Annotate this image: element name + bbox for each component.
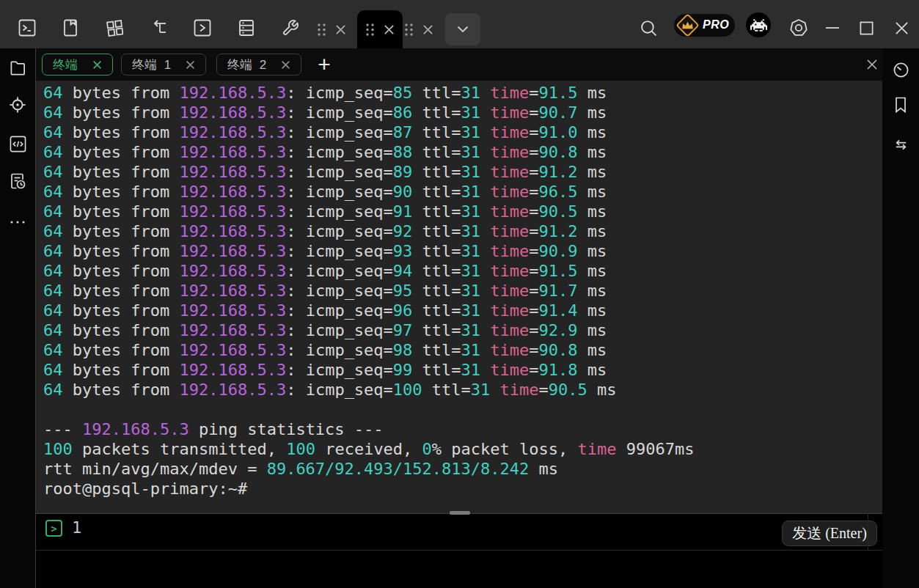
history-file-icon[interactable]	[8, 172, 27, 191]
avatar[interactable]	[746, 12, 771, 37]
close-icon[interactable]	[186, 60, 195, 70]
terminal-line: 64 bytes from 192.168.5.3: icmp_seq=100 …	[43, 380, 882, 400]
close-icon[interactable]	[92, 60, 102, 70]
locate-icon[interactable]	[8, 95, 27, 114]
right-sidebar	[882, 48, 919, 588]
terminal-line: 64 bytes from 192.168.5.3: icmp_seq=91 t…	[43, 202, 882, 221]
bottom-area	[36, 550, 882, 588]
maximize-button[interactable]	[852, 13, 881, 43]
terminal-line: 64 bytes from 192.168.5.3: icmp_seq=89 t…	[43, 162, 882, 182]
terminal-line: 64 bytes from 192.168.5.3: icmp_seq=88 t…	[43, 142, 882, 162]
window-tab-1[interactable]	[317, 18, 346, 41]
send-button[interactable]: 发送 (Enter)	[782, 521, 877, 546]
folder-icon[interactable]	[8, 58, 27, 77]
tab-terminal-1[interactable]: 终端 1	[121, 54, 206, 76]
terminal-line: 64 bytes from 192.168.5.3: icmp_seq=93 t…	[43, 241, 882, 261]
crown-icon	[680, 20, 695, 31]
tab-list-dropdown-button[interactable]	[445, 13, 480, 45]
bookmark-icon[interactable]	[891, 95, 910, 114]
more-icon[interactable]	[8, 213, 27, 232]
minimize-button[interactable]	[818, 13, 847, 43]
drag-handle-icon	[365, 23, 375, 37]
tab-label: 终端 2	[227, 56, 266, 73]
terminal-icon[interactable]	[12, 13, 42, 43]
prompt-arrow-icon: >	[45, 520, 62, 537]
settings-icon[interactable]	[784, 13, 813, 43]
terminal-output[interactable]: 64 bytes from 192.168.5.3: icmp_seq=85 t…	[36, 81, 882, 513]
search-icon[interactable]	[634, 13, 663, 43]
tab-label: 终端 1	[132, 56, 171, 73]
apps-grid-icon[interactable]	[100, 13, 129, 43]
space-invader-icon	[750, 19, 767, 32]
terminal-line: 64 bytes from 192.168.5.3: icmp_seq=98 t…	[43, 340, 882, 360]
chevron-down-icon	[457, 26, 469, 33]
add-tab-button[interactable]: +	[311, 51, 337, 78]
terminal-line	[43, 400, 882, 419]
command-input-row: > 1 发送 (Enter)	[36, 513, 882, 550]
close-icon[interactable]	[384, 24, 395, 35]
pro-badge[interactable]: PRO	[674, 14, 735, 37]
terminal-line: --- 192.168.5.3 ping statistics ---	[43, 419, 882, 439]
window-tab-2-active[interactable]	[357, 10, 403, 48]
terminal-line: 64 bytes from 192.168.5.3: icmp_seq=96 t…	[43, 301, 882, 320]
terminal-line: root@pgsql-primary:~#	[43, 479, 882, 499]
tab-terminal-2[interactable]: 终端 2	[216, 54, 301, 76]
drag-handle-icon	[317, 23, 326, 37]
close-icon[interactable]	[422, 24, 433, 35]
window-tab-3[interactable]	[404, 18, 433, 41]
terminal-line: 64 bytes from 192.168.5.3: icmp_seq=95 t…	[43, 281, 882, 301]
terminal-line: 64 bytes from 192.168.5.3: icmp_seq=92 t…	[43, 221, 882, 241]
code-icon[interactable]	[8, 134, 27, 153]
panel-close-button[interactable]	[860, 53, 884, 76]
command-input[interactable]: 1	[72, 518, 81, 537]
terminal-line: 100 packets transmitted, 100 received, 0…	[43, 439, 882, 459]
terminal-line: rtt min/avg/max/mdev = 89.667/92.493/152…	[43, 459, 882, 479]
run-icon[interactable]	[188, 13, 217, 43]
wrench-icon[interactable]	[276, 13, 305, 43]
branch-icon[interactable]	[144, 13, 173, 43]
terminal-line: 64 bytes from 192.168.5.3: icmp_seq=85 t…	[43, 83, 882, 103]
swap-icon[interactable]	[891, 135, 910, 154]
close-button[interactable]	[887, 13, 916, 43]
terminal-line: 64 bytes from 192.168.5.3: icmp_seq=87 t…	[43, 122, 882, 142]
close-icon	[866, 59, 878, 70]
terminal-panel: 终端 终端 1 终端 2 + 64 bytes from 192.168.5.3…	[35, 48, 882, 588]
pro-label: PRO	[703, 18, 729, 32]
terminal-line: 64 bytes from 192.168.5.3: icmp_seq=94 t…	[43, 261, 882, 281]
left-sidebar	[0, 48, 35, 588]
terminal-line: 64 bytes from 192.168.5.3: icmp_seq=99 t…	[43, 360, 882, 380]
gauge-icon[interactable]	[891, 60, 910, 79]
server-icon[interactable]	[232, 13, 261, 43]
close-icon[interactable]	[335, 24, 346, 35]
title-bar: PRO	[0, 0, 919, 48]
close-icon[interactable]	[281, 60, 290, 70]
terminal-line: 64 bytes from 192.168.5.3: icmp_seq=86 t…	[43, 103, 882, 122]
tab-terminal[interactable]: 终端	[42, 54, 113, 76]
scrollbar-thumb[interactable]	[450, 511, 470, 515]
terminal-tab-bar: 终端 终端 1 终端 2 +	[36, 48, 882, 81]
terminal-line: 64 bytes from 192.168.5.3: icmp_seq=97 t…	[43, 320, 882, 340]
journal-icon[interactable]	[56, 13, 85, 43]
drag-handle-icon	[404, 23, 414, 37]
tab-label: 终端	[53, 56, 78, 73]
terminal-line: 64 bytes from 192.168.5.3: icmp_seq=90 t…	[43, 182, 882, 202]
